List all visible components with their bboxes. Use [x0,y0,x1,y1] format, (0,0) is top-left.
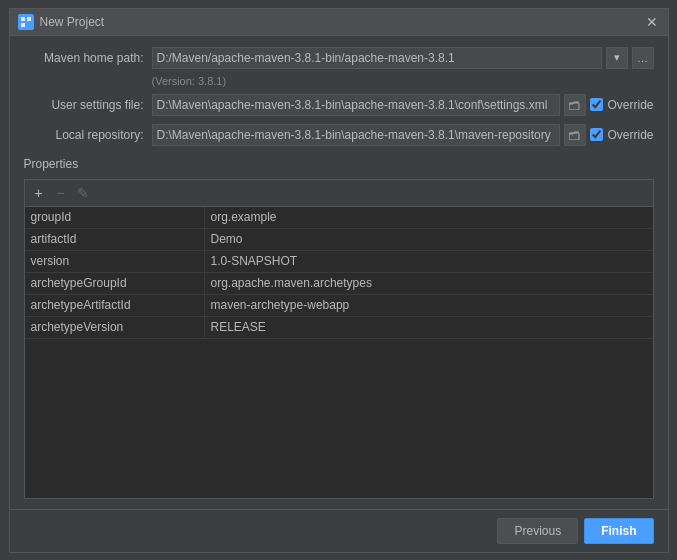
local-repo-label: Local repository: [24,128,144,142]
prop-key: archetypeGroupId [25,273,205,294]
prop-key: archetypeArtifactId [25,295,205,316]
local-repo-input-wrap: Override [152,124,654,146]
local-repo-override-label: Override [607,128,653,142]
local-repo-browse-btn[interactable] [564,124,586,146]
svg-rect-3 [27,23,31,27]
local-repo-input[interactable] [152,124,561,146]
properties-panel: + − ✎ groupId org.example artifactId Dem… [24,179,654,499]
close-button[interactable]: ✕ [644,14,660,30]
user-settings-input[interactable] [152,94,561,116]
prop-key: version [25,251,205,272]
dialog-title: New Project [40,15,644,29]
maven-version-text: (Version: 3.8.1) [152,76,654,87]
svg-rect-1 [27,17,31,21]
finish-button[interactable]: Finish [584,518,653,544]
local-repo-override-checkbox[interactable] [590,128,603,141]
user-settings-browse-btn[interactable] [564,94,586,116]
edit-property-button[interactable]: ✎ [73,183,93,203]
title-bar: New Project ✕ [10,9,668,36]
prop-value: RELEASE [205,317,653,338]
new-project-dialog: New Project ✕ Maven home path: ▾ … (Vers… [9,8,669,553]
table-row[interactable]: archetypeVersion RELEASE [25,317,653,339]
local-repo-row: Local repository: Override [24,123,654,147]
user-settings-override-wrap: Override [590,98,653,112]
add-property-button[interactable]: + [29,183,49,203]
table-row[interactable]: artifactId Demo [25,229,653,251]
maven-home-input-wrap: ▾ … [152,47,654,69]
dialog-footer: Previous Finish [10,509,668,552]
prop-value: maven-archetype-webapp [205,295,653,316]
remove-property-button[interactable]: − [51,183,71,203]
prop-key: archetypeVersion [25,317,205,338]
maven-home-input[interactable] [152,47,602,69]
prop-value: Demo [205,229,653,250]
prop-value: org.apache.maven.archetypes [205,273,653,294]
dialog-content: Maven home path: ▾ … (Version: 3.8.1) Us… [10,36,668,509]
svg-rect-2 [21,23,25,27]
user-settings-override-label: Override [607,98,653,112]
user-settings-row: User settings file: Override [24,93,654,117]
properties-section-header: Properties [24,157,654,171]
table-row[interactable]: archetypeArtifactId maven-archetype-weba… [25,295,653,317]
table-row[interactable]: version 1.0-SNAPSHOT [25,251,653,273]
local-repo-override-wrap: Override [590,128,653,142]
table-row[interactable]: archetypeGroupId org.apache.maven.archet… [25,273,653,295]
prop-key: groupId [25,207,205,228]
prop-value: 1.0-SNAPSHOT [205,251,653,272]
properties-toolbar: + − ✎ [25,180,653,207]
dialog-icon [18,14,34,30]
user-settings-input-wrap: Override [152,94,654,116]
user-settings-override-checkbox[interactable] [590,98,603,111]
maven-home-label: Maven home path: [24,51,144,65]
prop-value: org.example [205,207,653,228]
user-settings-label: User settings file: [24,98,144,112]
previous-button[interactable]: Previous [497,518,578,544]
prop-key: artifactId [25,229,205,250]
maven-home-row: Maven home path: ▾ … [24,46,654,70]
table-row[interactable]: groupId org.example [25,207,653,229]
properties-table: groupId org.example artifactId Demo vers… [25,207,653,498]
maven-home-browse-btn[interactable]: … [632,47,654,69]
maven-home-dropdown-btn[interactable]: ▾ [606,47,628,69]
svg-rect-0 [21,17,25,21]
